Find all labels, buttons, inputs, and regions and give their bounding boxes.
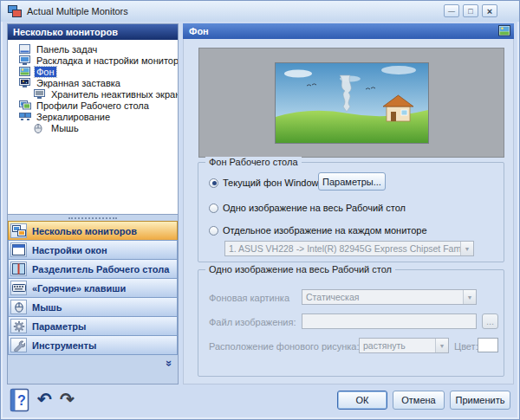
- accordion-label: Инструменты: [32, 340, 96, 351]
- cancel-button[interactable]: Отмена: [393, 391, 445, 410]
- bg-picture-value: Статическая: [302, 292, 463, 302]
- sidebar-footer: »: [8, 355, 178, 376]
- divider-icon: [10, 262, 27, 276]
- current-windows-bg-radio[interactable]: Текущий фон Windows: [209, 178, 323, 188]
- settings-tree: Панель задач Раскладка и настройки монит…: [8, 40, 178, 215]
- chevron-down-icon: ▼: [463, 290, 476, 304]
- accordion-hotkeys[interactable]: «Горячие» клавиши: [8, 278, 178, 298]
- main-panel: Фон: [183, 23, 514, 384]
- tree-item-taskbar[interactable]: Панель задач: [8, 43, 178, 55]
- tree-item-label: Мышь: [49, 123, 81, 133]
- tree-item-label: Раскладка и настройки мониторов: [35, 55, 178, 66]
- minimize-button[interactable]: —: [444, 4, 459, 17]
- accordion-options[interactable]: Параметры: [8, 316, 178, 336]
- radio-label: Текущий фон Windows: [223, 178, 323, 188]
- app-window: Actual Multiple Monitors — □ × Несколько…: [0, 0, 520, 420]
- wallpaper-image: [276, 63, 428, 143]
- radio-label: Одно изображение на весь Рабочий стол: [223, 203, 406, 213]
- page-header: Фон: [183, 23, 514, 39]
- mouse-icon: [34, 123, 48, 133]
- tree-item-label: Панель задач: [35, 44, 99, 55]
- group-title: Фон Рабочего стола: [205, 157, 302, 168]
- profiles-icon: [19, 100, 33, 110]
- mirroring-icon: [19, 112, 33, 121]
- svg-text:?: ?: [17, 393, 26, 408]
- page-content: Фон Рабочего стола Текущий фон Windows П…: [183, 39, 514, 384]
- page-title: Фон: [189, 26, 209, 36]
- titlebar: Actual Multiple Monitors — □ ×: [1, 1, 519, 22]
- tree-item-mouse[interactable]: Мышь: [8, 122, 178, 133]
- tree-item-label: Зеркалирование: [35, 112, 112, 122]
- accordion-multiple-monitors[interactable]: Несколько мониторов: [8, 221, 178, 241]
- sidebar: Несколько мониторов Панель задач Расклад…: [7, 23, 179, 384]
- group-title: Одно изображение на весь Рабочий стол: [205, 264, 395, 275]
- image-file-label: Файл изображения:: [209, 317, 296, 327]
- accordion-mouse[interactable]: Мышь: [8, 297, 178, 317]
- gear-icon: [10, 319, 27, 333]
- tree-item-layout[interactable]: Раскладка и настройки мониторов: [8, 55, 178, 66]
- undo-icon[interactable]: ↶: [37, 391, 52, 408]
- wallpaper-preview: [198, 48, 504, 158]
- chevron-down-icon: ▼: [460, 242, 473, 255]
- radio-label: Отдельное изображение на каждом мониторе: [223, 225, 427, 236]
- accordion-label: Параметры: [32, 321, 86, 332]
- image-file-input[interactable]: [302, 313, 477, 329]
- maximize-button[interactable]: □: [463, 4, 478, 17]
- monitor-select[interactable]: 1. ASUS VH228 -> Intel(R) 82945G Express…: [224, 241, 474, 256]
- accordion-desktop-divider[interactable]: Разделитель Рабочего стола: [8, 259, 178, 279]
- monitor-icon: [19, 55, 33, 65]
- keyboard-icon: [10, 281, 27, 295]
- monitor-select-value: 1. ASUS VH228 -> Intel(R) 82945G Express…: [225, 243, 460, 254]
- single-image-radio[interactable]: Одно изображение на весь Рабочий стол: [209, 203, 406, 213]
- app-icon: [8, 5, 22, 18]
- per-monitor-image-radio[interactable]: Отдельное изображение на каждом мониторе: [209, 225, 427, 236]
- collapse-chevron-icon[interactable]: »: [163, 360, 176, 366]
- tree-item-label: Фон: [35, 67, 56, 77]
- parameters-button[interactable]: Параметры...: [318, 172, 386, 191]
- tree-item-label: Профили Рабочего стола: [35, 100, 151, 111]
- wallpaper-icon: [19, 67, 33, 76]
- sidebar-header: Несколько мониторов: [8, 24, 178, 40]
- accordion-label: Настройки окон: [32, 245, 107, 255]
- bg-picture-label: Фоновая картинка: [209, 293, 289, 303]
- taskbar-icon: [19, 44, 33, 54]
- radio-icon: [209, 204, 218, 213]
- radio-icon: [209, 178, 218, 188]
- accordion-window-settings[interactable]: Настройки окон: [8, 240, 178, 260]
- inactive-monitor-icon: [34, 89, 48, 99]
- desktop-background-group: Фон Рабочего стола Текущий фон Windows П…: [198, 162, 504, 262]
- apply-button[interactable]: Применить: [450, 391, 510, 410]
- monitors-icon: [10, 223, 27, 238]
- tree-item-background[interactable]: Фон: [8, 66, 178, 77]
- bg-picture-select[interactable]: Статическая ▼: [302, 289, 477, 305]
- accordion-label: Несколько мониторов: [32, 226, 137, 236]
- position-label: Расположение фонового рисунка:: [209, 341, 360, 352]
- chevron-down-icon: ▼: [435, 339, 448, 352]
- tree-item-screensaver[interactable]: Экранная заставка: [8, 77, 178, 88]
- accordion-label: Мышь: [32, 302, 62, 313]
- screensaver-icon: [19, 78, 33, 87]
- accordion-label: Разделитель Рабочего стола: [32, 264, 169, 275]
- tree-item-label: Хранитель неактивных экранов: [49, 89, 178, 100]
- window-title: Actual Multiple Monitors: [27, 6, 128, 16]
- accordion-tools[interactable]: Инструменты: [8, 335, 178, 355]
- ok-button[interactable]: ОК: [337, 391, 387, 410]
- tree-item-inactive-screensaver[interactable]: Хранитель неактивных экранов: [8, 88, 178, 100]
- color-label: Цвет:: [454, 341, 478, 352]
- window-icon: [10, 242, 27, 257]
- browse-button[interactable]: ...: [482, 313, 498, 329]
- single-image-group: Одно изображение на весь Рабочий стол Фо…: [198, 269, 504, 377]
- color-swatch[interactable]: [478, 338, 498, 352]
- help-icon[interactable]: ?: [9, 387, 31, 415]
- mouse-icon: [10, 300, 27, 314]
- redo-icon[interactable]: ↷: [60, 391, 75, 408]
- close-button[interactable]: ×: [482, 4, 497, 17]
- tree-item-desktop-profiles[interactable]: Профили Рабочего стола: [8, 100, 178, 111]
- tree-item-label: Экранная заставка: [35, 78, 122, 88]
- tree-item-mirroring[interactable]: Зеркалирование: [8, 111, 178, 122]
- position-value: растянуть: [360, 340, 435, 351]
- position-select[interactable]: растянуть ▼: [359, 338, 449, 353]
- accordion-label: «Горячие» клавиши: [32, 283, 126, 294]
- radio-icon: [209, 226, 218, 236]
- wrench-icon: [10, 338, 27, 352]
